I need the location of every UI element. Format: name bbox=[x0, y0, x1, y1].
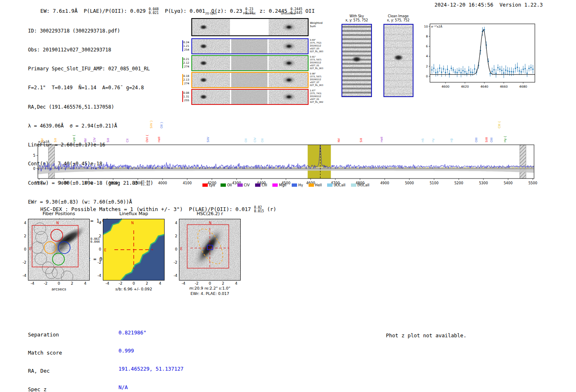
emission-line-label: CIII { bbox=[498, 121, 501, 128]
spec2d-row-left-label: 0.241.21254 bbox=[173, 41, 189, 52]
axis-tick-label: 2 bbox=[67, 281, 77, 285]
info-obs: Obs: 20190112v027_3002293718 bbox=[28, 47, 153, 53]
axis-tick-label: 4 bbox=[80, 281, 90, 285]
emission-line-label: HeII bbox=[380, 137, 383, 142]
hsc-cutout-title: HSC(26.2) r bbox=[179, 211, 241, 216]
fiber-positions-image: NE bbox=[28, 219, 90, 281]
withsky-title: With Sky bbox=[341, 14, 372, 18]
emission-line-label: SiII bbox=[360, 138, 363, 142]
emission-line-label: Hγ bbox=[432, 139, 435, 142]
axis-tick-label: -2 bbox=[192, 281, 202, 285]
spec2d-fiber-row bbox=[191, 72, 309, 88]
spec2d-cell-spec bbox=[192, 19, 230, 35]
axis-tick-label: -4 bbox=[91, 274, 101, 278]
axis-tick-label: 5 bbox=[33, 153, 35, 158]
elixer-report-page: EW: 7.6±1.9Å P(LAE)/P(OII): 0.029 0.0480… bbox=[0, 0, 576, 392]
match-value: N/A bbox=[118, 385, 183, 391]
axis-tick-label: -4 bbox=[102, 281, 112, 285]
axis-tick-label: 0 bbox=[205, 281, 215, 285]
fiber-positions-title: Fiber Positions bbox=[28, 211, 90, 216]
match-label: RA, Dec bbox=[28, 368, 74, 374]
legend-item: CIV bbox=[237, 183, 250, 187]
emission-line-label: CII bbox=[126, 139, 129, 142]
emission-line-label: SiII bbox=[54, 138, 57, 142]
compass-east-label: E bbox=[29, 247, 31, 251]
info-id: ID: 3002293718 (3002293718.pdf) bbox=[28, 28, 153, 34]
compass-north-label: N bbox=[209, 221, 211, 225]
spec2d-cell-spec bbox=[192, 90, 230, 104]
axis-tick-label: 0 bbox=[16, 247, 26, 251]
emission-line-label: OII bbox=[261, 138, 264, 142]
axis-tick-label: 4 bbox=[426, 54, 428, 58]
emission-line-label: Hδ bbox=[421, 138, 425, 142]
axis-tick-label: 4 bbox=[16, 221, 26, 225]
emission-line-label: OIII bbox=[475, 137, 478, 142]
legend-label: CIV bbox=[244, 183, 250, 187]
match-table-labels: Separation Match score RA, Dec Spec z Ph… bbox=[28, 320, 74, 392]
axis-tick-label: 0 bbox=[129, 281, 139, 285]
spectrum-plot: 3500360037003800390040004100420043004400… bbox=[25, 110, 555, 193]
withsky-image bbox=[342, 25, 371, 96]
axis-tick-label: 0 bbox=[167, 247, 177, 251]
hsc-cutout-xlabel: m:20.9 re:2.2" s:1.0" bbox=[179, 286, 241, 290]
info-radec: RA,Dec (191.465576,51.137058) bbox=[28, 104, 153, 110]
emission-line-label: Hβ bbox=[450, 138, 453, 142]
legend-item: Lyα bbox=[202, 183, 215, 187]
axis-tick-label: 6 bbox=[426, 44, 428, 48]
axis-tick-label: -2 bbox=[116, 281, 125, 285]
axis-tick-label: 2 bbox=[218, 281, 228, 285]
lineflux-map-xlabel: s/b: 6.96 +/- 0.092 bbox=[103, 287, 165, 291]
legend-item: MgII bbox=[272, 183, 286, 187]
legend-item: OII bbox=[221, 183, 232, 187]
spec2d-cell-smooth bbox=[269, 19, 308, 35]
clean-xy: x, y: 575, 752 bbox=[383, 19, 414, 22]
axis-tick-label: 4680 bbox=[519, 85, 527, 88]
spec2d-fiber-row bbox=[191, 89, 309, 105]
legend-label: MgII bbox=[279, 183, 286, 187]
legend-label: Hγ bbox=[298, 183, 303, 187]
match-label: Match score bbox=[28, 350, 74, 356]
emission-line-label: SiIV bbox=[207, 137, 210, 142]
spec2d-weighted-label: WeightedSum bbox=[310, 21, 323, 28]
clean-image-panel bbox=[383, 24, 413, 97]
spec2d-cell-flat bbox=[231, 56, 267, 70]
spec2d-fiber-row bbox=[191, 55, 309, 71]
legend-color-chip bbox=[221, 183, 226, 187]
axis-tick-label: 4 bbox=[155, 281, 165, 285]
axis-tick-label: 2 bbox=[426, 65, 428, 68]
emission-line-label: HeII bbox=[158, 137, 161, 142]
clean-title: Clean Image bbox=[383, 14, 414, 18]
plae-poii-confidence: 0.0480.021 bbox=[149, 8, 159, 15]
axis-tick-label: -2 bbox=[167, 260, 177, 264]
y-axis-label: e⁻¹⁷x2Å bbox=[431, 25, 442, 28]
spec2d-header-smoothed: Smoothed bbox=[281, 12, 295, 15]
spec2d-row-left-label: 0.212.12274 bbox=[173, 58, 189, 69]
axis-tick-label: 4 bbox=[91, 221, 101, 225]
emission-line-label: SiIV } bbox=[150, 120, 153, 128]
legend-label: (K)CaII bbox=[334, 183, 345, 187]
spec2d-weighted-row bbox=[191, 18, 309, 36]
info-primary-spec: Primary Spec_Slot_IFU_AMP: 027_085_001_R… bbox=[28, 66, 153, 72]
emission-line-label: CIV bbox=[93, 137, 96, 142]
header-timestamp: 2024-12-20 16:45:56 Version 1.22.3 bbox=[434, 2, 543, 8]
match-value: 191.465229, 51.137127 bbox=[118, 366, 183, 372]
axis-tick-label: -4 bbox=[28, 281, 37, 285]
legend-color-chip bbox=[327, 183, 332, 187]
linefit-plot: 460046204640466046800246810e⁻¹⁷x2Å bbox=[420, 21, 544, 93]
emission-line-label: Lyα { bbox=[72, 135, 76, 142]
spec2d-cell-smooth bbox=[269, 90, 308, 104]
emission-line-label: SiII bbox=[107, 138, 110, 142]
spec2d-row-left-label: 0.182.13274 bbox=[173, 74, 189, 86]
axis-tick-label: -2 bbox=[91, 260, 101, 264]
emission-line-label: NV bbox=[41, 138, 44, 142]
axis-tick-label: 0 bbox=[33, 167, 35, 171]
emission-line-label: NV bbox=[84, 138, 87, 142]
legend-label: OII bbox=[227, 183, 232, 187]
clean-image bbox=[384, 25, 413, 96]
axis-tick-label: 2 bbox=[142, 281, 152, 285]
fiber-positions-xlabel: arcsecs bbox=[28, 287, 90, 291]
spec2d-row-left-label: 0.081.31255 bbox=[173, 91, 189, 102]
withsky-image-panel bbox=[341, 24, 372, 97]
axis-tick-label: 4 bbox=[231, 281, 241, 285]
legend-color-chip bbox=[309, 183, 314, 187]
